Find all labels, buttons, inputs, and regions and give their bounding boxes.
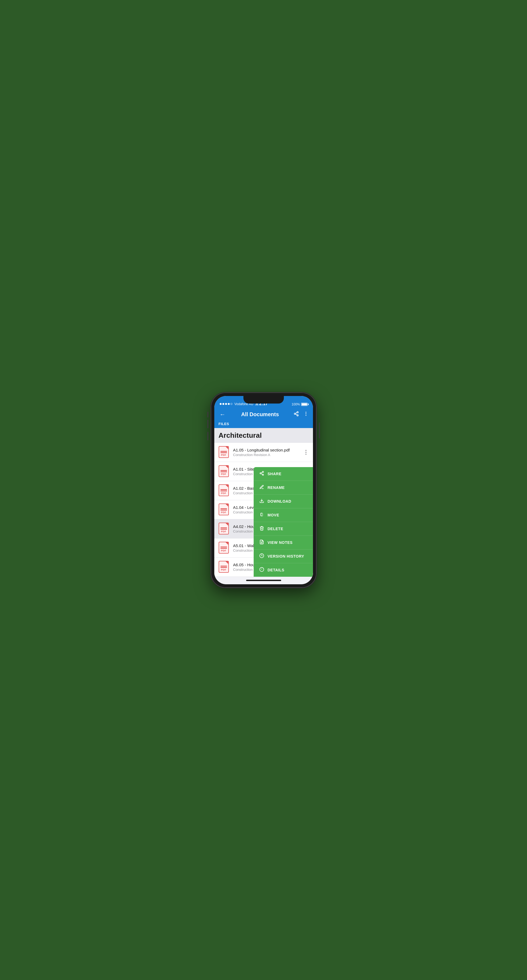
pdf-lines	[220, 566, 227, 566]
pdf-lines-2	[220, 567, 227, 568]
signal-dot-4	[228, 403, 230, 405]
svg-line-12	[261, 472, 262, 473]
pdf-label: PDF	[221, 453, 227, 456]
menu-label: VERSION HISTORY	[268, 554, 304, 558]
history-icon	[259, 553, 264, 559]
silent-switch	[207, 412, 208, 418]
pdf-icon: PDF	[219, 446, 230, 458]
pdf-lines-2	[220, 510, 227, 511]
menu-label: MOVE	[268, 513, 279, 517]
signal-dot-3	[225, 403, 227, 405]
rename-icon	[259, 485, 264, 490]
svg-point-7	[305, 415, 306, 416]
svg-point-9	[260, 473, 261, 474]
home-indicator	[214, 577, 313, 584]
pdf-lines	[220, 508, 227, 509]
share-header-icon[interactable]	[294, 411, 299, 418]
app-header: ← All Documents	[214, 408, 313, 428]
menu-label: SHARE	[268, 472, 282, 476]
more-options-button[interactable]	[303, 449, 309, 456]
pdf-label: PDF	[221, 473, 227, 476]
more-dot	[305, 452, 307, 453]
volume-down-button	[207, 432, 208, 441]
signal-dot-5	[230, 403, 232, 405]
file-info: A1.05 - Longitudinal section.pdf Constru…	[233, 448, 303, 457]
pdf-icon-body: PDF	[219, 465, 229, 477]
phone-frame: Vodafone AU ⌘ 2:17 100% ← All Documents	[211, 393, 316, 587]
menu-label: DELETE	[268, 527, 283, 531]
svg-point-1	[294, 413, 295, 415]
volume-up-button	[207, 420, 208, 428]
delete-icon	[259, 526, 264, 532]
context-menu: SHARE RENAME DOWNLOAD MOVE DELETE VIEW N…	[254, 467, 313, 577]
power-button	[319, 422, 320, 439]
menu-item-download[interactable]: DOWNLOAD	[254, 495, 313, 508]
pdf-icon-body: PDF	[219, 561, 229, 573]
pdf-lines	[220, 489, 227, 490]
pdf-icon-body: PDF	[219, 542, 229, 554]
svg-line-11	[261, 474, 262, 474]
battery-percentage: 100%	[292, 402, 300, 406]
pdf-label: PDF	[221, 549, 227, 552]
share-icon	[259, 471, 264, 477]
pdf-label: PDF	[221, 530, 227, 533]
menu-label: VIEW NOTES	[268, 540, 293, 545]
pdf-icon-body: PDF	[219, 446, 229, 458]
pdf-icon: PDF	[219, 484, 230, 497]
file-revision: Construction Revision A	[233, 453, 303, 457]
pdf-icon: PDF	[219, 465, 230, 477]
menu-item-notes[interactable]: VIEW NOTES	[254, 536, 313, 549]
home-bar	[246, 580, 281, 581]
menu-label: DETAILS	[268, 568, 284, 572]
pdf-lines-2	[220, 490, 227, 492]
pdf-icon: PDF	[219, 561, 230, 573]
pdf-lines	[220, 527, 227, 528]
pdf-label: PDF	[221, 568, 227, 571]
menu-item-move[interactable]: MOVE	[254, 508, 313, 522]
page-title: All Documents	[241, 411, 279, 418]
files-label: FILES	[219, 422, 309, 428]
details-icon	[259, 567, 264, 573]
menu-item-delete[interactable]: DELETE	[254, 522, 313, 536]
more-header-icon[interactable]	[303, 411, 309, 418]
content-area: Architectural PDF A1.05 - Longitudinal s…	[214, 428, 313, 577]
pdf-label: PDF	[221, 492, 227, 495]
svg-point-10	[262, 474, 264, 476]
phone-screen: Vodafone AU ⌘ 2:17 100% ← All Documents	[214, 396, 313, 584]
section-header: Architectural	[214, 428, 313, 443]
more-dot	[305, 453, 307, 455]
header-actions	[294, 411, 309, 418]
signal-dot-1	[220, 403, 222, 405]
pdf-lines-2	[220, 471, 227, 472]
file-item[interactable]: PDF A1.05 - Longitudinal section.pdf Con…	[214, 443, 313, 462]
battery-fill	[302, 403, 307, 406]
pdf-icon: PDF	[219, 503, 230, 516]
svg-point-0	[297, 412, 298, 413]
menu-item-history[interactable]: VERSION HISTORY	[254, 549, 313, 563]
svg-point-5	[305, 412, 306, 413]
menu-label: DOWNLOAD	[268, 499, 291, 503]
signal-dot-2	[222, 403, 224, 405]
notch	[243, 396, 284, 404]
menu-item-rename[interactable]: RENAME	[254, 481, 313, 495]
file-name: A1.05 - Longitudinal section.pdf	[233, 448, 303, 452]
menu-item-details[interactable]: DETAILS	[254, 563, 313, 577]
pdf-lines	[220, 547, 227, 547]
section-title: Architectural	[219, 431, 309, 440]
pdf-icon-body: PDF	[219, 503, 229, 515]
header-row: ← All Documents	[219, 410, 309, 422]
back-button[interactable]: ←	[219, 410, 227, 419]
svg-line-3	[295, 414, 297, 415]
move-icon	[259, 512, 264, 518]
svg-line-4	[295, 412, 297, 413]
pdf-lines	[220, 451, 227, 452]
signal-strength	[220, 403, 232, 405]
battery-icon	[301, 403, 308, 406]
pdf-icon-body: PDF	[219, 523, 229, 535]
more-dot	[305, 450, 307, 451]
menu-item-share[interactable]: SHARE	[254, 467, 313, 481]
svg-point-8	[262, 471, 264, 473]
pdf-lines	[220, 470, 227, 471]
svg-point-6	[305, 413, 306, 414]
svg-point-2	[297, 415, 298, 416]
